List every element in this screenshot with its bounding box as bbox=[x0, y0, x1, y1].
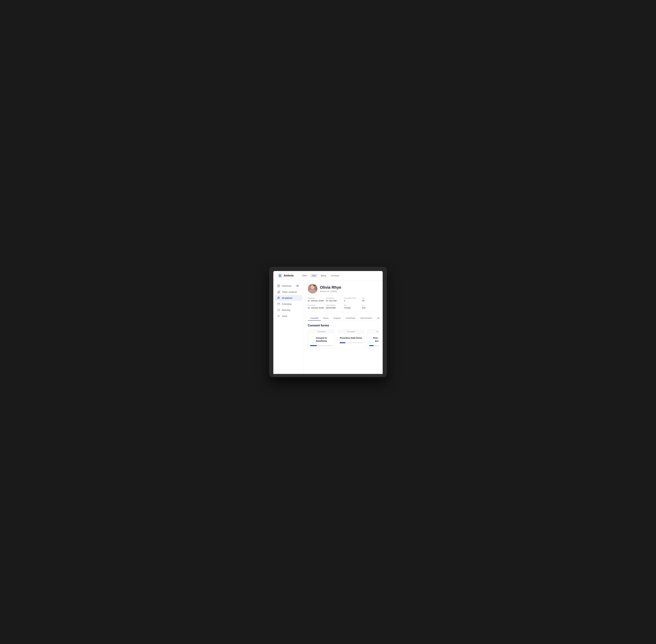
svg-point-9 bbox=[279, 297, 280, 298]
admin-icon bbox=[277, 315, 280, 317]
patient-tabs: Consents Nurse Surgeon Anesthesia Admins… bbox=[308, 316, 378, 321]
sidebar-item-admin[interactable]: Admin bbox=[275, 313, 302, 319]
card-3-title: Post-Operative Anesthesia bbox=[369, 337, 378, 343]
tab-surgeon[interactable]: Surgeon bbox=[331, 316, 343, 321]
card-3-progress-container bbox=[369, 345, 378, 346]
consent-card-2: Incomplete Procedure Note forms bbox=[337, 330, 365, 349]
patient-medical-id: Medical ID: 239869 bbox=[320, 290, 341, 293]
consent-card-3: Incomplete Post-Operative Anesthesia bbox=[367, 330, 378, 349]
dashboard-icon bbox=[277, 284, 280, 287]
contact-label: Co bbox=[362, 304, 378, 306]
svg-rect-16 bbox=[313, 285, 315, 286]
card-1-progress-container bbox=[310, 345, 333, 346]
card-3-status: Incomplete bbox=[367, 330, 378, 334]
patient-info-grid: Physician Dr. Johnson Smith Anesthesia D… bbox=[308, 297, 378, 312]
app-container: Ambula Office ASC Billing Inventory bbox=[273, 271, 383, 374]
physician-value: Dr. Johnson Smith bbox=[308, 300, 324, 302]
svg-rect-15 bbox=[310, 285, 311, 286]
info-dob: Date of birth 04/20/1992 bbox=[326, 304, 342, 309]
sidebar-item-scheduling[interactable]: Scheduling bbox=[275, 301, 302, 307]
logo-text: Ambula bbox=[284, 274, 294, 277]
patient-info-name-area: Olivia Rhye Medical ID: 239869 bbox=[320, 285, 341, 293]
main-layout: Dashboard 10 Today's surgeries bbox=[273, 280, 383, 374]
nav-office[interactable]: Office bbox=[300, 274, 309, 277]
sidebar-label-todays-surgeries: Today's surgeries bbox=[282, 291, 297, 293]
info-operating-room: Operating Room 3 bbox=[344, 297, 360, 302]
laptop-outer: Ambula Office ASC Billing Inventory bbox=[269, 267, 387, 377]
sidebar-label-reporting: Reporting bbox=[282, 309, 290, 311]
sex-label: Sex bbox=[344, 304, 360, 306]
dob-value: 04/20/1992 bbox=[326, 307, 342, 309]
sidebar-item-todays-surgeries[interactable]: Today's surgeries bbox=[275, 289, 302, 295]
nav-inventory[interactable]: Inventory bbox=[329, 274, 341, 277]
svg-rect-7 bbox=[279, 291, 280, 293]
card-1-progress-fill bbox=[310, 345, 317, 346]
nav-asc[interactable]: ASC bbox=[310, 274, 318, 277]
patient-avatar bbox=[308, 284, 318, 294]
card-2-body: Procedure Note forms bbox=[337, 334, 365, 346]
laptop-screen: Ambula Office ASC Billing Inventory bbox=[273, 271, 383, 374]
procedure-value: Dr. Johnson Smith bbox=[308, 307, 324, 309]
laptop-base bbox=[273, 374, 383, 377]
date-label: Da bbox=[362, 297, 378, 299]
card-2-progress-fill bbox=[339, 342, 345, 343]
date-value: 05 bbox=[362, 300, 378, 302]
svg-rect-1 bbox=[277, 284, 279, 286]
nav-links: Office ASC Billing Inventory bbox=[300, 274, 341, 277]
info-procedure: Procedure Dr. Johnson Smith bbox=[308, 304, 324, 309]
svg-rect-10 bbox=[278, 303, 280, 305]
card-3-progress-fill bbox=[369, 345, 374, 346]
patient-header: Olivia Rhye Medical ID: 239869 bbox=[308, 284, 378, 294]
info-date: Da 05 bbox=[362, 297, 378, 302]
physician-label: Physician bbox=[308, 297, 324, 299]
reporting-icon bbox=[277, 308, 280, 312]
operating-room-value: 3 bbox=[344, 300, 360, 302]
nav-billing[interactable]: Billing bbox=[319, 274, 328, 277]
sidebar-item-dashboard[interactable]: Dashboard 10 bbox=[275, 283, 302, 289]
tab-consents[interactable]: Consents bbox=[308, 316, 321, 321]
tab-att[interactable]: Att bbox=[375, 316, 382, 321]
sidebar-item-all-patients[interactable]: All patients bbox=[275, 295, 302, 301]
tab-anesthesia[interactable]: Anesthesia bbox=[343, 316, 358, 321]
logo-area: Ambula bbox=[278, 273, 294, 278]
consent-section-title: Consent forms bbox=[308, 324, 378, 327]
sidebar-label-scheduling: Scheduling bbox=[282, 303, 291, 305]
svg-rect-2 bbox=[279, 284, 280, 286]
anesthesia-value: Dr. Nick Niel bbox=[326, 300, 342, 302]
card-1-status: Incomplete bbox=[308, 330, 335, 334]
sidebar-label-dashboard: Dashboard bbox=[282, 285, 291, 287]
dob-label: Date of birth bbox=[326, 304, 342, 306]
tab-nurse[interactable]: Nurse bbox=[321, 316, 331, 321]
svg-point-12 bbox=[278, 315, 279, 316]
card-2-title: Procedure Note forms bbox=[339, 337, 362, 340]
consent-section: Consent forms Incomplete Consent to Anes… bbox=[308, 324, 378, 349]
tab-administration[interactable]: Adminstration bbox=[358, 316, 375, 321]
calendar-icon bbox=[277, 303, 280, 305]
procedure-label: Procedure bbox=[308, 304, 324, 306]
svg-rect-6 bbox=[278, 291, 279, 293]
anesthesia-label: Anesthesia bbox=[326, 297, 342, 299]
info-physician: Physician Dr. Johnson Smith bbox=[308, 297, 324, 302]
sex-value: Female bbox=[344, 307, 360, 309]
svg-point-8 bbox=[278, 297, 279, 298]
ambula-logo-icon bbox=[278, 273, 282, 278]
sidebar: Dashboard 10 Today's surgeries bbox=[273, 280, 304, 374]
contact-value: 818 bbox=[362, 307, 378, 309]
svg-rect-4 bbox=[279, 286, 280, 287]
patient-name: Olivia Rhye bbox=[320, 285, 341, 290]
info-contact: Co 818 bbox=[362, 304, 378, 309]
card-2-progress-container bbox=[339, 342, 362, 343]
patients-icon bbox=[277, 297, 280, 299]
sidebar-label-admin: Admin bbox=[282, 315, 287, 317]
consent-card-1: Incomplete Consent to Anesthesia bbox=[308, 330, 335, 349]
consent-cards-row: Incomplete Consent to Anesthesia bbox=[308, 330, 378, 349]
svg-point-13 bbox=[308, 289, 317, 294]
svg-rect-3 bbox=[277, 286, 279, 287]
card-3-body: Post-Operative Anesthesia bbox=[367, 334, 378, 348]
svg-rect-5 bbox=[277, 292, 278, 293]
dashboard-badge: 10 bbox=[296, 284, 300, 287]
card-2-status: Incomplete bbox=[337, 330, 365, 334]
top-nav: Ambula Office ASC Billing Inventory bbox=[273, 271, 383, 280]
sidebar-item-reporting[interactable]: Reporting bbox=[275, 307, 302, 313]
card-1-title: Consent to Anesthesia bbox=[310, 337, 333, 343]
